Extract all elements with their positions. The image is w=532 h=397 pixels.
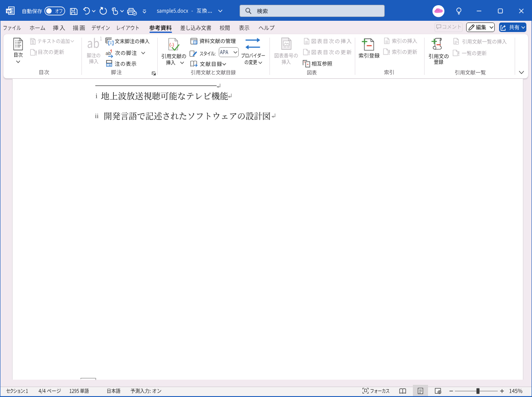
- svg-text:W: W: [7, 9, 11, 13]
- svg-text:ab: ab: [106, 51, 111, 56]
- svg-text:(-): (-): [169, 42, 174, 47]
